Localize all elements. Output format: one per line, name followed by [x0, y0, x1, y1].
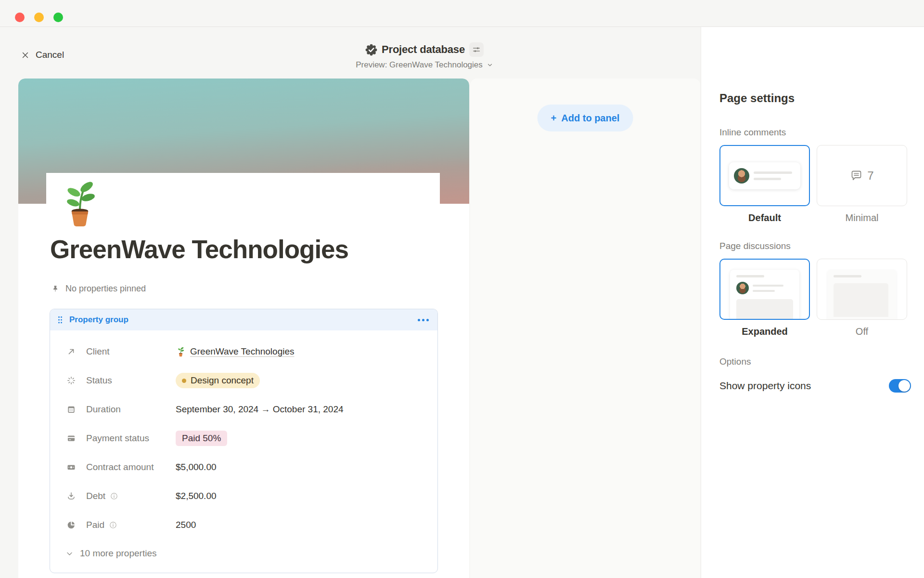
- more-properties-toggle[interactable]: 10 more properties: [50, 539, 437, 567]
- property-row-duration: Duration September 30, 2024 → October 31…: [50, 395, 437, 424]
- group-options-button[interactable]: [418, 319, 429, 321]
- close-icon: [21, 51, 29, 59]
- page-preview: GreenWave Technologies No properties pin…: [18, 79, 469, 578]
- pie-chart-icon: [66, 520, 77, 530]
- property-row-debt: Debt $2,500.00: [50, 482, 437, 511]
- info-icon[interactable]: [109, 521, 117, 529]
- options-label: Options: [719, 356, 924, 367]
- view-settings-button[interactable]: [469, 42, 484, 57]
- add-to-panel-button[interactable]: + Add to panel: [538, 105, 633, 131]
- inline-comments-label: Inline comments: [719, 127, 924, 138]
- status-spinner-icon: [66, 375, 77, 386]
- window-controls: [15, 13, 63, 22]
- property-row-paid: Paid 2500: [50, 511, 437, 539]
- sliders-icon: [472, 45, 481, 54]
- pin-icon: [51, 285, 60, 293]
- avatar: [734, 168, 749, 184]
- comments-panel: + Add to panel: [470, 79, 700, 578]
- minimize-window-button[interactable]: [34, 13, 44, 22]
- inline-comments-default-option[interactable]: [719, 145, 810, 206]
- chevron-down-icon: [65, 550, 74, 558]
- cancel-label: Cancel: [36, 50, 64, 60]
- chevron-down-icon: [487, 62, 493, 68]
- window-titlebar: [0, 0, 924, 27]
- page-settings-title: Page settings: [719, 92, 924, 105]
- duration-value[interactable]: September 30, 2024 → October 31, 2024: [176, 404, 344, 415]
- cancel-button[interactable]: Cancel: [21, 50, 64, 60]
- comment-count: 7: [867, 169, 873, 183]
- page-content: GreenWave Technologies No properties pin…: [46, 173, 440, 578]
- page-settings-sidebar: Page settings Inline comments: [701, 27, 924, 578]
- property-group-card: Property group Client: [50, 309, 438, 573]
- page-discussions-expanded-option[interactable]: [719, 259, 810, 320]
- avatar: [736, 282, 749, 294]
- preview-selector[interactable]: Preview: GreenWave Technologies: [328, 60, 521, 70]
- show-property-icons-toggle[interactable]: [889, 379, 911, 393]
- property-row-client: Client: [50, 337, 437, 366]
- discussion-preview-thumbnail: [730, 270, 799, 320]
- potted-plant-icon[interactable]: [56, 178, 104, 228]
- property-list: Client: [50, 330, 437, 567]
- calendar-icon: [66, 404, 77, 415]
- zoom-window-button[interactable]: [53, 13, 63, 22]
- customize-page-dialog: Cancel Project database: [0, 0, 924, 578]
- close-window-button[interactable]: [15, 13, 25, 22]
- debt-value[interactable]: $2,500.00: [176, 491, 217, 501]
- info-icon[interactable]: [110, 492, 118, 500]
- client-value[interactable]: GreenWave Technologies: [176, 346, 295, 357]
- inline-comments-default-caption: Default: [719, 212, 810, 223]
- potted-plant-icon: [176, 346, 186, 357]
- page-title: Project database: [382, 43, 465, 56]
- comment-preview-thumbnail: [729, 162, 800, 189]
- show-property-icons-label: Show property icons: [719, 380, 811, 392]
- page-discussions-off-option[interactable]: [817, 259, 907, 320]
- download-icon: [66, 491, 77, 501]
- inline-comments-minimal-option[interactable]: 7: [817, 145, 907, 206]
- page-discussions-label: Page discussions: [719, 241, 924, 251]
- property-row-status: Status Design concept: [50, 366, 437, 395]
- pinned-properties-note: No properties pinned: [51, 284, 440, 294]
- page-discussions-off-caption: Off: [817, 326, 907, 337]
- arrow-up-right-icon: [66, 346, 77, 357]
- header-title-block: Project database Preview: GreenWave Tech…: [328, 42, 521, 70]
- drag-handle-icon: [57, 315, 64, 325]
- credit-card-icon: [66, 433, 77, 444]
- contract-amount-value[interactable]: $5,000.00: [176, 462, 217, 473]
- paid-value[interactable]: 2500: [176, 520, 196, 530]
- plus-icon: +: [551, 113, 557, 124]
- property-group-title: Property group: [69, 315, 128, 325]
- preview-page-title[interactable]: GreenWave Technologies: [50, 235, 440, 264]
- property-row-payment-status: Payment status Paid 50%: [50, 424, 437, 453]
- preview-label: Preview: GreenWave Technologies: [356, 60, 483, 70]
- property-group-header[interactable]: Property group: [50, 309, 437, 330]
- banknote-icon: [66, 462, 77, 473]
- property-row-contract-amount: Contract amount $5,000.00: [50, 453, 437, 482]
- comment-bubble-icon: [850, 169, 863, 182]
- inline-comments-minimal-caption: Minimal: [817, 212, 907, 223]
- page-discussions-expanded-caption: Expanded: [719, 326, 810, 337]
- discussion-off-thumbnail: [827, 270, 897, 320]
- status-dot: [182, 379, 186, 383]
- status-badge[interactable]: Design concept: [176, 373, 260, 388]
- payment-status-badge[interactable]: Paid 50%: [176, 431, 227, 446]
- verified-badge-icon: [365, 44, 377, 56]
